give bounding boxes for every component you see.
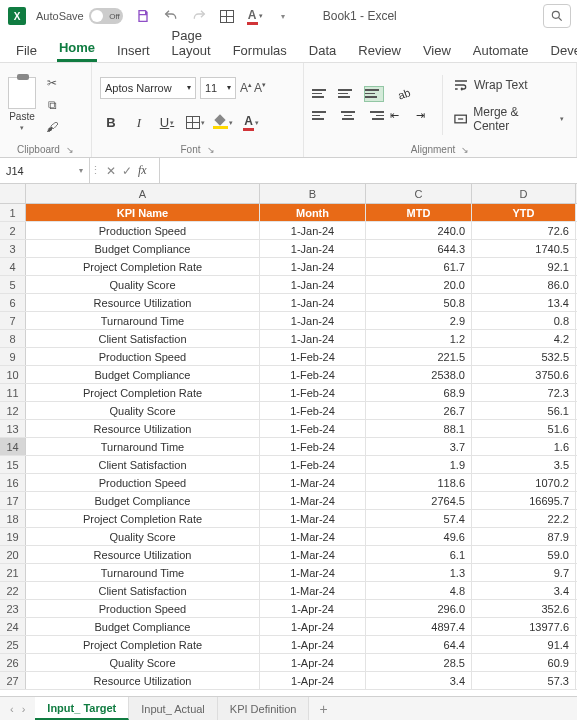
row-header[interactable]: 8 [0, 330, 26, 347]
row-header[interactable]: 17 [0, 492, 26, 509]
column-header-c[interactable]: C [366, 184, 472, 203]
cell[interactable]: 59.0 [472, 546, 576, 563]
autosave-toggle[interactable]: AutoSave Off [36, 8, 123, 24]
cell[interactable]: 1-Feb-24 [260, 384, 366, 401]
cell[interactable]: 1-Jan-24 [260, 240, 366, 257]
align-middle-button[interactable] [338, 86, 358, 102]
fill-color-button[interactable]: ▾ [212, 113, 234, 133]
increase-indent-button[interactable]: ⇥ [416, 108, 436, 124]
cell[interactable]: 532.5 [472, 348, 576, 365]
column-header-d[interactable]: D [472, 184, 576, 203]
cell[interactable]: 1-Mar-24 [260, 564, 366, 581]
cell[interactable]: 28.5 [366, 654, 472, 671]
row-header[interactable]: 18 [0, 510, 26, 527]
font-color-quick-icon[interactable]: A▾ [245, 6, 265, 26]
row-header[interactable]: 16 [0, 474, 26, 491]
tab-home[interactable]: Home [57, 36, 97, 62]
grip-icon[interactable]: ⋮ [90, 164, 100, 177]
cell[interactable]: 9.7 [472, 564, 576, 581]
font-color-button[interactable]: A▾ [240, 113, 262, 133]
row-header[interactable]: 2 [0, 222, 26, 239]
save-icon[interactable] [133, 6, 153, 26]
row-header[interactable]: 24 [0, 618, 26, 635]
cell[interactable]: 60.9 [472, 654, 576, 671]
align-top-button[interactable] [312, 86, 332, 102]
grid-icon[interactable] [217, 6, 237, 26]
cell[interactable]: 4897.4 [366, 618, 472, 635]
tab-page-layout[interactable]: Page Layout [170, 24, 213, 62]
cell[interactable]: 1-Feb-24 [260, 420, 366, 437]
cell[interactable]: 3750.6 [472, 366, 576, 383]
cell[interactable]: Resource Utilization [26, 546, 260, 563]
cell[interactable]: Client Satisfaction [26, 330, 260, 347]
cell[interactable]: 1-Apr-24 [260, 600, 366, 617]
cell[interactable]: 1-Feb-24 [260, 348, 366, 365]
name-box[interactable]: J14 ▾ [0, 158, 90, 183]
cell[interactable]: 2.9 [366, 312, 472, 329]
align-center-button[interactable] [338, 108, 358, 124]
row-header[interactable]: 4 [0, 258, 26, 275]
row-header[interactable]: 13 [0, 420, 26, 437]
cell[interactable]: 72.6 [472, 222, 576, 239]
sheet-tab-kpi-definition[interactable]: KPI Definition [218, 697, 310, 720]
row-header[interactable]: 1 [0, 204, 26, 221]
cancel-formula-icon[interactable]: ✕ [106, 164, 116, 178]
cell[interactable]: 1.9 [366, 456, 472, 473]
row-header[interactable]: 20 [0, 546, 26, 563]
cell[interactable]: 6.1 [366, 546, 472, 563]
cell[interactable]: 1-Jan-24 [260, 312, 366, 329]
cell[interactable]: 56.1 [472, 402, 576, 419]
row-header[interactable]: 25 [0, 636, 26, 653]
cell[interactable]: 1-Apr-24 [260, 618, 366, 635]
alignment-launcher-icon[interactable]: ↘ [461, 145, 469, 155]
cell[interactable]: 118.6 [366, 474, 472, 491]
cell[interactable]: Quality Score [26, 654, 260, 671]
cell[interactable]: 92.1 [472, 258, 576, 275]
underline-button[interactable]: U▾ [156, 113, 178, 133]
row-header[interactable]: 14 [0, 438, 26, 455]
row-header[interactable]: 15 [0, 456, 26, 473]
cell[interactable]: Project Completion Rate [26, 510, 260, 527]
add-sheet-button[interactable]: + [309, 701, 337, 717]
cell[interactable]: Turnaround Time [26, 438, 260, 455]
cell[interactable]: 3.4 [366, 672, 472, 689]
cell[interactable]: Turnaround Time [26, 564, 260, 581]
row-header[interactable]: 7 [0, 312, 26, 329]
cell[interactable]: Budget Compliance [26, 240, 260, 257]
toggle-switch[interactable]: Off [89, 8, 123, 24]
decrease-indent-button[interactable]: ⇤ [390, 108, 410, 124]
sheet-nav-prev-icon[interactable]: ‹ [10, 703, 14, 715]
cell[interactable]: 49.6 [366, 528, 472, 545]
increase-font-icon[interactable]: A▴ [240, 81, 252, 95]
cell[interactable]: 1.6 [472, 438, 576, 455]
cell[interactable]: Budget Compliance [26, 618, 260, 635]
cell[interactable]: Resource Utilization [26, 294, 260, 311]
row-header[interactable]: 6 [0, 294, 26, 311]
cell[interactable]: 352.6 [472, 600, 576, 617]
align-left-button[interactable] [312, 108, 332, 124]
cell[interactable]: 4.8 [366, 582, 472, 599]
header-cell[interactable]: KPI Name [26, 204, 260, 221]
tab-file[interactable]: File [14, 39, 39, 62]
fx-icon[interactable]: fx [138, 163, 147, 178]
header-cell[interactable]: MTD [366, 204, 472, 221]
row-header[interactable]: 12 [0, 402, 26, 419]
cut-icon[interactable]: ✂ [42, 75, 62, 91]
cell[interactable]: 61.7 [366, 258, 472, 275]
cell[interactable]: Resource Utilization [26, 672, 260, 689]
cell[interactable]: 644.3 [366, 240, 472, 257]
decrease-font-icon[interactable]: A▾ [254, 81, 266, 95]
cell[interactable]: 64.4 [366, 636, 472, 653]
cell[interactable]: 57.4 [366, 510, 472, 527]
cell[interactable]: Resource Utilization [26, 420, 260, 437]
cell[interactable]: 57.3 [472, 672, 576, 689]
cell[interactable]: 1-Mar-24 [260, 474, 366, 491]
row-header[interactable]: 11 [0, 384, 26, 401]
cell[interactable]: 1-Feb-24 [260, 456, 366, 473]
cell[interactable]: 13977.6 [472, 618, 576, 635]
cell[interactable]: 221.5 [366, 348, 472, 365]
cell[interactable]: 91.4 [472, 636, 576, 653]
tab-data[interactable]: Data [307, 39, 338, 62]
cell[interactable]: 51.6 [472, 420, 576, 437]
align-right-button[interactable] [364, 108, 384, 124]
